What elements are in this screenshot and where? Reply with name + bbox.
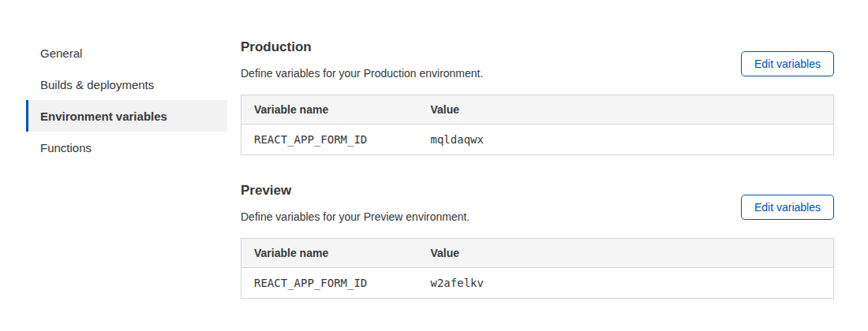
value-column-header: Value	[418, 239, 834, 268]
preview-variables-table: Variable name Value REACT_APP_FORM_ID w2…	[241, 238, 834, 299]
settings-sidebar: General Builds & deployments Environment…	[26, 37, 227, 163]
production-variables-table: Variable name Value REACT_APP_FORM_ID mq…	[241, 95, 834, 155]
value-column-header: Value	[418, 95, 834, 125]
table-row: REACT_APP_FORM_ID mqldaqwx	[241, 125, 834, 155]
sidebar-item-general[interactable]: General	[26, 37, 227, 69]
table-header-row: Variable name Value	[241, 95, 834, 125]
variable-name-cell: REACT_APP_FORM_ID	[241, 268, 418, 299]
sidebar-item-builds-deployments[interactable]: Builds & deployments	[26, 69, 227, 100]
table-row: REACT_APP_FORM_ID w2afelkv	[241, 268, 834, 299]
variable-value-cell: mqldaqwx	[418, 125, 834, 155]
preview-edit-variables-button[interactable]: Edit variables	[741, 195, 834, 220]
production-edit-variables-button[interactable]: Edit variables	[741, 51, 834, 76]
variable-name-cell: REACT_APP_FORM_ID	[241, 125, 418, 155]
sidebar-item-functions[interactable]: Functions	[26, 132, 227, 163]
variable-value-cell: w2afelkv	[418, 268, 834, 299]
production-section: Production Define variables for your Pro…	[241, 39, 834, 155]
environment-variables-content: Production Define variables for your Pro…	[241, 39, 834, 326]
sidebar-item-environment-variables[interactable]: Environment variables	[26, 100, 227, 132]
settings-page: General Builds & deployments Environment…	[0, 0, 868, 331]
variable-name-column-header: Variable name	[241, 239, 418, 268]
variable-name-column-header: Variable name	[241, 95, 418, 125]
preview-section: Preview Define variables for your Previe…	[241, 183, 834, 299]
table-header-row: Variable name Value	[241, 239, 834, 268]
